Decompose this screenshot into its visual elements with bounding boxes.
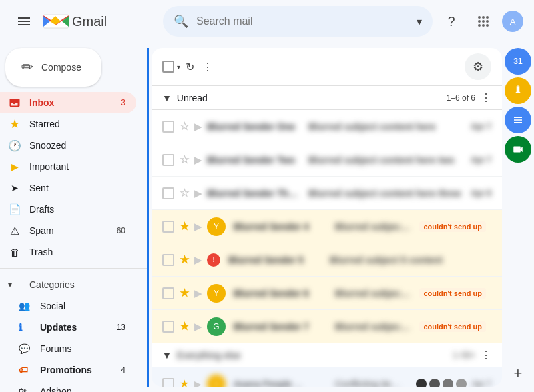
- row-star-icon[interactable]: ★: [180, 320, 189, 333]
- sidebar-item-important[interactable]: ▶ Important: [0, 156, 136, 177]
- tasks-button[interactable]: [505, 107, 531, 133]
- row-checkbox[interactable]: [162, 121, 174, 133]
- important-icon: ▶: [8, 161, 21, 172]
- sidebar-item-trash[interactable]: 🗑 Trash: [0, 241, 136, 263]
- sidebar-item-promotions[interactable]: 🏷 Promotions 4: [0, 359, 136, 381]
- row-checkbox[interactable]: [162, 254, 174, 266]
- row-subject: Conflicting items ...: [335, 379, 408, 387]
- adshop-label: Adshop: [40, 386, 71, 392]
- refresh-button[interactable]: ↻: [186, 61, 194, 73]
- row-important-icon[interactable]: ▶: [194, 221, 202, 232]
- sidebar-item-social[interactable]: 👥 Social: [0, 295, 136, 317]
- email-row[interactable]: ☆ ▶ Blurred Sender Two Blurred subject c…: [152, 143, 502, 177]
- search-dropdown-icon[interactable]: ▾: [417, 15, 422, 28]
- apps-button[interactable]: [470, 8, 497, 35]
- everything-else-count: 1–50+: [453, 351, 475, 360]
- meet-button[interactable]: [505, 136, 531, 163]
- svg-point-3: [478, 20, 481, 23]
- select-dropdown-icon[interactable]: ▾: [177, 63, 180, 71]
- row-checkbox[interactable]: [162, 321, 174, 333]
- row-subject: Blurred subject 4 content: [335, 221, 411, 232]
- row-important-icon[interactable]: ▶: [194, 379, 202, 387]
- menu-button[interactable]: [11, 8, 37, 35]
- row-tag: couldn't send up: [419, 288, 486, 299]
- row-important-icon[interactable]: ▶: [194, 188, 202, 199]
- svg-point-0: [478, 16, 481, 19]
- row-checkbox[interactable]: [162, 187, 174, 199]
- sidebar-item-updates[interactable]: ℹ Updates 13: [0, 317, 136, 338]
- row-important-icon[interactable]: ▶: [194, 255, 202, 265]
- row-avatar: Y: [207, 284, 226, 303]
- row-star-icon[interactable]: ☆: [180, 187, 189, 199]
- svg-point-4: [482, 20, 485, 23]
- row-star-icon[interactable]: ★: [180, 220, 189, 233]
- row-star-icon[interactable]: ☆: [180, 153, 189, 166]
- row-important-icon[interactable]: ▶: [194, 121, 202, 132]
- row-subject: Blurred subject content here: [308, 121, 463, 132]
- row-date: Apr 7: [471, 122, 491, 131]
- row-important-icon[interactable]: ▶: [194, 288, 202, 299]
- row-subject: Blurred subject 5 content: [330, 255, 483, 265]
- row-avatar: G: [207, 317, 226, 336]
- search-input[interactable]: [196, 15, 417, 27]
- row-star-icon[interactable]: ★: [180, 253, 189, 266]
- snoozed-icon: 🕐: [8, 139, 21, 152]
- tasks-icon: [512, 114, 524, 126]
- unread-section-header: ▼ Unread 1–6 of 6 ⋮: [152, 86, 502, 110]
- spam-label: Spam: [29, 225, 117, 236]
- gmail-logo-icon: [43, 12, 69, 31]
- everything-else-chevron-icon[interactable]: ▼: [162, 350, 172, 361]
- sidebar-item-snoozed[interactable]: 🕐 Snoozed: [0, 135, 136, 156]
- row-checkbox[interactable]: [162, 154, 174, 166]
- compose-button[interactable]: ✏ Compose: [5, 48, 101, 87]
- row-checkbox[interactable]: [162, 378, 174, 387]
- everything-else-more-icon[interactable]: ⋮: [481, 349, 491, 361]
- email-row[interactable]: ★ ▶ G Blurred Sender 7 Blurred subject 7…: [152, 310, 502, 343]
- row-star-icon[interactable]: ☆: [180, 120, 189, 133]
- row-date: Apr 7: [472, 379, 491, 387]
- row-star-icon[interactable]: ★: [180, 287, 189, 299]
- search-bar[interactable]: 🔍 ▾: [163, 6, 433, 37]
- more-options-button[interactable]: ⋮: [202, 61, 213, 73]
- row-subject: Blurred subject 6 content: [335, 288, 411, 299]
- help-button[interactable]: ?: [438, 8, 465, 35]
- drafts-icon: 📄: [8, 203, 21, 215]
- row-sender: Asana People ...: [234, 379, 327, 387]
- starred-label: Starred: [29, 119, 125, 129]
- sidebar-item-starred[interactable]: ★ Starred: [0, 113, 136, 135]
- sidebar-item-sent[interactable]: ➤ Sent: [0, 177, 136, 199]
- trash-label: Trash: [29, 247, 125, 257]
- email-list-toolbar: ▾ ↻ ⋮ ⚙: [152, 48, 502, 86]
- sidebar-item-forums[interactable]: 💬 Forums: [0, 338, 136, 359]
- email-row[interactable]: ★ ▶ ! Blurred Sender 5 Blurred subject 5…: [152, 243, 502, 277]
- settings-button[interactable]: ⚙: [465, 53, 491, 80]
- sidebar-item-adshop[interactable]: 🛍 Adshop: [0, 381, 136, 392]
- categories-label: Categories: [29, 279, 75, 290]
- select-all-checkbox[interactable]: [162, 61, 174, 73]
- email-row[interactable]: ★ ▶ Y Blurred Sender 4 Blurred subject 4…: [152, 210, 502, 243]
- sidebar-item-drafts[interactable]: 📄 Drafts: [0, 199, 136, 220]
- row-checkbox[interactable]: [162, 221, 174, 233]
- row-star-icon[interactable]: ★: [180, 377, 189, 387]
- keep-button[interactable]: [505, 77, 531, 104]
- email-row[interactable]: ★ ▶ A Asana People ... Conflicting items…: [152, 367, 502, 387]
- row-checkbox[interactable]: [162, 287, 174, 299]
- email-row[interactable]: ★ ▶ Y Blurred Sender 6 Blurred subject 6…: [152, 277, 502, 310]
- calendar-button[interactable]: 31: [505, 48, 531, 75]
- unread-chevron-icon[interactable]: ▼: [162, 93, 172, 103]
- email-row[interactable]: ☆ ▶ Blurred Sender One Blurred subject c…: [152, 110, 502, 143]
- unread-section-more-icon[interactable]: ⋮: [481, 91, 491, 104]
- unread-count: 1–6 of 6: [447, 93, 475, 103]
- avatar[interactable]: A: [502, 11, 523, 32]
- unread-section-title: Unread: [177, 93, 447, 103]
- row-important-icon[interactable]: ▶: [194, 321, 202, 332]
- categories-header[interactable]: ▾ Categories: [0, 274, 147, 295]
- email-row[interactable]: ☆ ▶ Blurred Sender Three Blurred subject…: [152, 177, 502, 210]
- row-important-icon[interactable]: ▶: [194, 155, 202, 165]
- sidebar-item-inbox[interactable]: Inbox 3: [0, 92, 136, 113]
- spam-badge: 60: [117, 226, 125, 235]
- select-all-area[interactable]: ▾: [162, 61, 180, 73]
- sidebar-item-spam[interactable]: ⚠ Spam 60: [0, 220, 136, 241]
- add-side-icon-button[interactable]: +: [505, 360, 531, 387]
- social-icon: 👥: [19, 301, 32, 311]
